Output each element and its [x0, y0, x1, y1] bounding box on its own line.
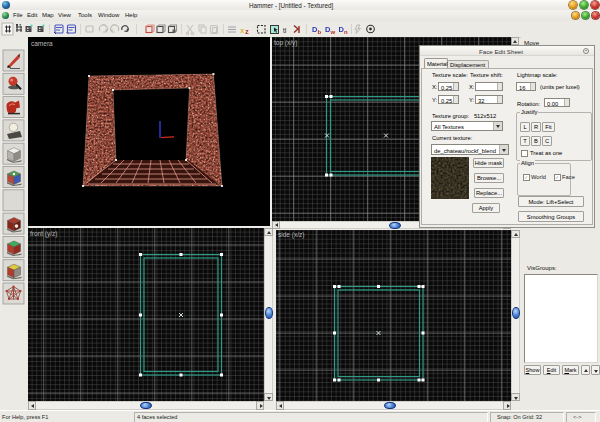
svg-text:tl: tl [283, 27, 287, 34]
svg-text:z: z [245, 27, 249, 36]
svg-text:w: w [330, 29, 336, 35]
svg-text:n: n [344, 29, 348, 35]
svg-text:b: b [318, 29, 322, 35]
